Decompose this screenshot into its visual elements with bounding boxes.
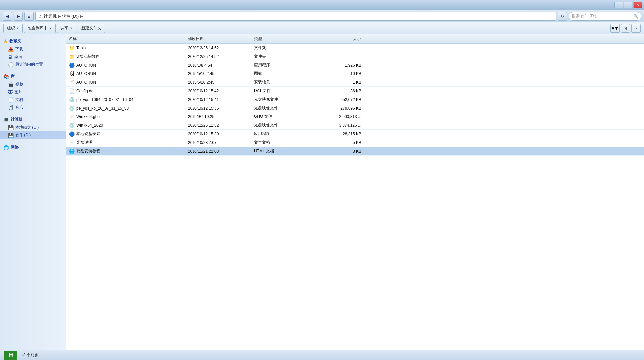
sidebar-item-document[interactable]: 📄 文档 <box>0 96 66 104</box>
library-label: 库 <box>11 74 15 79</box>
table-row[interactable]: 📁 U盘安装教程 2020/12/25 14:52 文件夹 <box>66 52 644 61</box>
file-icon: 📄 <box>69 80 75 85</box>
library-section: 📚 库 🎬 视频 🖼 图片 📄 文档 🎵 音乐 <box>0 72 66 111</box>
table-row[interactable]: 💿 Win7x64_2020 2020/12/25 11:32 光盘映像文件 3… <box>66 121 644 130</box>
address-bar: ◀ ▶ ▲ 🖥 计算机 ▶ 软件 (D:) ▶ ↻ 搜索 软件 (D:) 🔍 <box>0 10 644 22</box>
star-icon: ★ <box>3 39 8 44</box>
file-size-cell: 1,926 KB <box>311 63 364 68</box>
col-header-modified[interactable]: 修改日期 <box>185 34 251 43</box>
back-button[interactable]: ◀ <box>3 12 12 21</box>
network-icon: 🌐 <box>3 145 9 150</box>
col-header-name[interactable]: 名称 <box>66 34 185 43</box>
file-list: 📁 Tools 2020/12/25 14:52 文件夹 📁 U盘安装教程 20… <box>66 44 644 156</box>
file-name: AUTORUN <box>76 63 96 68</box>
drive-d-icon: 💾 <box>8 133 14 138</box>
minimize-button[interactable]: ─ <box>614 2 623 8</box>
table-row[interactable]: 💿 pe_yqs_xp_20_07_31_15_53 2020/10/12 15… <box>66 104 644 112</box>
file-date-cell: 2019/9/7 19:25 <box>185 114 251 119</box>
sidebar-item-download[interactable]: 📥 下载 <box>0 45 66 53</box>
table-row[interactable]: 🔵 AUTORUN 2016/1/8 4:54 应用程序 1,926 KB <box>66 61 644 69</box>
file-date-cell: 2016/10/23 7:07 <box>185 140 251 145</box>
file-icon: 💿 <box>69 106 75 111</box>
network-header[interactable]: 🌐 网络 <box>0 143 66 152</box>
view-toggle-button[interactable]: ≡▼ <box>610 24 620 33</box>
file-icon: 📄 <box>69 140 75 145</box>
sidebar-item-video[interactable]: 🎬 视频 <box>0 81 66 88</box>
table-row[interactable]: 📄 Win7x64.gho 2019/9/7 19:25 GHO 文件 2,90… <box>66 112 644 121</box>
computer-label: 计算机 <box>11 117 22 122</box>
document-label: 文档 <box>15 97 23 103</box>
preview-pane-button[interactable]: ⊡ <box>621 24 630 33</box>
help-button[interactable]: ? <box>631 24 641 33</box>
file-size-cell: 10 KB <box>311 71 364 76</box>
include-library-arrow: ▼ <box>49 27 52 30</box>
address-path[interactable]: 🖥 计算机 ▶ 软件 (D:) ▶ <box>35 12 556 21</box>
file-date-cell: 2020/12/25 14:52 <box>185 46 251 50</box>
table-row[interactable]: 🌐 硬盘安装教程 2016/11/21 22:03 HTML 文档 3 KB <box>66 147 644 156</box>
file-date-cell: 2020/10/12 15:36 <box>185 106 251 111</box>
file-date-cell: 2020/10/12 15:30 <box>185 132 251 136</box>
music-label: 音乐 <box>15 105 23 110</box>
file-icon: 🔵 <box>69 63 75 68</box>
sidebar-item-music[interactable]: 🎵 音乐 <box>0 104 66 111</box>
file-name: 光盘说明 <box>76 140 92 145</box>
sidebar-item-desktop[interactable]: 🖥 桌面 <box>0 53 66 61</box>
file-type-cell: 图标 <box>251 71 311 76</box>
title-bar: ─ □ ✕ <box>0 0 644 10</box>
table-row[interactable]: 🔵 本地硬盘安装 2020/10/12 15:30 应用程序 28,315 KB <box>66 130 644 138</box>
file-icon: 💿 <box>69 123 75 128</box>
close-button[interactable]: ✕ <box>633 2 642 8</box>
table-row[interactable]: 📄 光盘说明 2016/10/23 7:07 文本文档 5 KB <box>66 138 644 147</box>
status-logo: 🖥 <box>4 351 17 360</box>
toolbar: 组织 ▼ 包含到库中 ▼ 共享 ▼ 新建文件夹 ≡▼ ⊡ ? <box>0 22 644 34</box>
file-name-cell: 📄 光盘说明 <box>66 140 185 145</box>
sidebar-divider-2 <box>3 114 63 114</box>
file-name-cell: 🌐 硬盘安装教程 <box>66 148 185 154</box>
computer-header[interactable]: 💻 计算机 <box>0 115 66 124</box>
file-icon: 📄 <box>69 88 75 94</box>
file-icon: 📁 <box>69 54 75 59</box>
col-header-size[interactable]: 大小 <box>311 34 364 43</box>
maximize-button[interactable]: □ <box>624 2 632 8</box>
file-size-cell: 1 KB <box>311 80 364 85</box>
col-header-type[interactable]: 类型 <box>251 34 311 43</box>
status-count: 13 个对象 <box>21 352 39 358</box>
table-row[interactable]: 📄 Config.dat 2020/10/12 15:42 DAT 文件 36 … <box>66 87 644 95</box>
recent-icon: 🕐 <box>8 62 14 67</box>
file-type-cell: GHO 文件 <box>251 114 311 119</box>
file-icon: 📁 <box>69 45 75 51</box>
search-box[interactable]: 搜索 软件 (D:) 🔍 <box>569 12 641 21</box>
new-folder-button[interactable]: 新建文件夹 <box>78 24 105 33</box>
sidebar-item-recent[interactable]: 🕐 最近访问的位置 <box>0 61 66 68</box>
file-area: 名称 修改日期 类型 大小 📁 Tools 2020/12/25 14:52 文… <box>66 34 644 350</box>
organize-arrow: ▼ <box>16 27 19 30</box>
file-name-cell: 💿 Win7x64_2020 <box>66 123 185 128</box>
file-type-cell: HTML 文档 <box>251 148 311 154</box>
sidebar-item-picture[interactable]: 🖼 图片 <box>0 88 66 96</box>
library-header[interactable]: 📚 库 <box>0 72 66 81</box>
refresh-button[interactable]: ↻ <box>558 12 567 21</box>
music-icon: 🎵 <box>8 105 14 110</box>
organize-button[interactable]: 组织 ▼ <box>3 24 23 33</box>
table-row[interactable]: 📁 Tools 2020/12/25 14:52 文件夹 <box>66 44 644 52</box>
favorites-header[interactable]: ★ 收藏夹 <box>0 37 66 45</box>
file-name-cell: 💿 pe_yqs_1064_20_07_31_16_04 <box>66 97 185 102</box>
sidebar-item-local-d[interactable]: 💾 软件 (D:) <box>0 131 66 139</box>
file-icon: 🔵 <box>69 131 75 137</box>
file-name: pe_yqs_1064_20_07_31_16_04 <box>76 97 133 102</box>
file-type-cell: 光盘映像文件 <box>251 105 311 111</box>
file-name-cell: 💿 pe_yqs_xp_20_07_31_15_53 <box>66 106 185 111</box>
up-button[interactable]: ▲ <box>24 12 34 21</box>
table-row[interactable]: 💿 pe_yqs_1064_20_07_31_16_04 2020/10/12 … <box>66 95 644 104</box>
table-row[interactable]: 🖼 AUTORUN 2015/5/10 2:45 图标 10 KB <box>66 69 644 78</box>
table-row[interactable]: 📄 AUTORUN 2015/5/10 2:45 安装信息 1 KB <box>66 78 644 87</box>
share-button[interactable]: 共享 ▼ <box>57 24 76 33</box>
file-name: Tools <box>76 46 86 50</box>
file-name-cell: 🔵 AUTORUN <box>66 63 185 68</box>
forward-button[interactable]: ▶ <box>14 12 23 21</box>
sidebar-divider-3 <box>3 142 63 142</box>
sidebar-item-local-c[interactable]: 💾 本地磁盘 (C:) <box>0 124 66 131</box>
include-library-button[interactable]: 包含到库中 ▼ <box>24 24 56 33</box>
picture-icon: 🖼 <box>8 90 13 95</box>
drive-c-icon: 💾 <box>8 125 14 130</box>
